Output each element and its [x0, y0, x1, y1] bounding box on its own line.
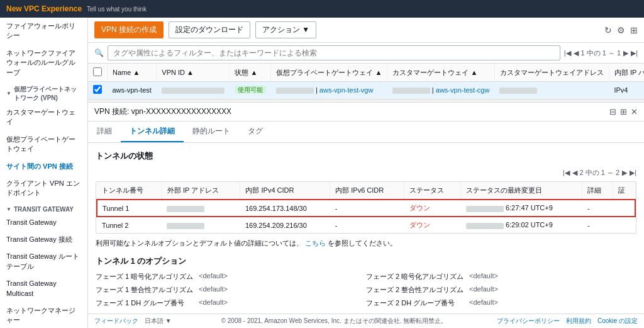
tunnel-row-1[interactable]: Tunnel 1 169.254.173.148/30 - ダウン 6:27:4…	[97, 200, 635, 217]
toolbar-icons: ↻ ⚙ ⊞	[604, 25, 638, 35]
info-text: 利用可能なトンネルオプションとデフォルト値の詳細については、 こちら を参照して…	[96, 239, 636, 248]
app-subtitle: Tell us what you think	[87, 6, 147, 13]
tab-static[interactable]: 静的ルート	[184, 122, 239, 142]
tunnel-col-ipv6-cidr: 内部 IPv6 CIDR	[330, 182, 404, 200]
tunnel2-cert	[613, 217, 635, 233]
footer-left: フィードバック 日本語 ▼	[94, 317, 172, 325]
toolbar: VPN 接続の作成 設定のダウンロード アクション ▼ ↻ ⚙ ⊞	[88, 18, 644, 43]
option-row-ph2-int: フェーズ 2 整合性アルゴリズム <default>	[366, 284, 636, 296]
vpn-table-container: Name ▲ VPN ID ▲ 状態 ▲ 仮想プライベートゲートウェイ ▲ カス…	[88, 64, 644, 99]
pagination-last-icon[interactable]: ▶|	[631, 49, 638, 57]
search-pagination: |◀ ◀ 1 中の 1 ～ 1 ▶ ▶|	[564, 48, 638, 58]
tab-tags[interactable]: タグ	[239, 122, 272, 142]
sidebar-item-site-vpn[interactable]: サイト間の VPN 接続	[0, 158, 87, 175]
sort-icon: ▲	[133, 69, 140, 76]
tunnel1-ipv6-cidr: -	[330, 200, 404, 217]
privacy-link[interactable]: プライバシーポリシー	[497, 317, 560, 325]
pagination-first-icon[interactable]: |◀	[564, 49, 571, 57]
search-icon: 🔍	[94, 48, 104, 57]
tunnel-col-last-changed: ステータスの最終変更日	[461, 182, 582, 200]
section-arrow-icon: ▼	[6, 91, 11, 96]
sidebar-item-virtual-pgw[interactable]: 仮想プライベートゲートウェイ	[0, 131, 87, 158]
option-row-ph1-enc: フェーズ 1 暗号化アルゴリズム <default>	[96, 271, 366, 283]
tab-detail[interactable]: 詳細	[88, 122, 121, 142]
sidebar-section-vpn: ▼ 仮想プライベートネットワーク (VPN)	[0, 81, 87, 104]
tunnel-row-2[interactable]: Tunnel 2 169.254.209.216/30 - ダウン 6:29:0…	[97, 217, 635, 233]
sidebar-item-transit-gw-conn[interactable]: Transit Gateway 接続	[0, 231, 87, 248]
minimize-icon[interactable]: ⊟	[609, 107, 616, 116]
col-customer-gw-addr[interactable]: カスタマーゲートウェイアドレス	[494, 64, 609, 82]
options-grid: フェーズ 1 暗号化アルゴリズム <default> フェーズ 1 整合性アルゴ…	[96, 271, 636, 309]
inner-pagination-first[interactable]: |◀	[563, 169, 570, 177]
tunnel2-details: -	[582, 217, 613, 233]
sort-icon3: ▲	[250, 69, 257, 76]
inner-pagination-last[interactable]: ▶|	[630, 169, 636, 177]
tunnel-col-status: ステータス	[404, 182, 461, 200]
tunnel-col-ipv4-cidr: 内部 IPv4 CIDR	[240, 182, 330, 200]
col-virtual-gw[interactable]: 仮想プライベートゲートウェイ ▲	[271, 64, 387, 82]
close-icon[interactable]: ✕	[631, 107, 638, 116]
language-selector[interactable]: 日本語 ▼	[145, 317, 172, 325]
tunnel-table: トンネル番号 外部 IP アドレス 内部 IPv4 CIDR 内部 IPv6 C…	[96, 182, 636, 233]
sidebar-item-customer-gw[interactable]: カスタマーゲートウェイ	[0, 104, 87, 131]
col-status[interactable]: 状態 ▲	[230, 64, 271, 82]
tunnel-col-cert: 証	[613, 182, 635, 200]
settings-icon[interactable]: ⚙	[617, 25, 625, 35]
col-name[interactable]: Name ▲	[108, 64, 157, 82]
sidebar-item-network-mgr[interactable]: ネットワークマネージャー	[0, 302, 87, 328]
tunnel2-last-changed: 6:29:02 UTC+9	[461, 217, 582, 233]
expand-icon[interactable]: ⊞	[620, 107, 627, 116]
layout-icon[interactable]: ⊞	[630, 25, 638, 35]
tunnel1-external-ip	[162, 200, 240, 217]
tab-tunnel[interactable]: トンネル詳細	[121, 122, 184, 142]
detail-icons: ⊟ ⊞ ✕	[609, 107, 638, 116]
col-customer-gw[interactable]: カスタマーゲートウェイ ▲	[387, 64, 495, 82]
section-arrow-icon2: ▼	[6, 206, 11, 212]
col-vpn-id[interactable]: VPN ID ▲	[157, 64, 230, 82]
tunnel1-cert	[613, 200, 635, 217]
option-row-ph2-dh: フェーズ 2 DH グループ番号 <default>	[366, 297, 636, 309]
tunnel1-status: ダウン	[404, 200, 461, 217]
table-row[interactable]: aws-vpn-test 使用可能 | aws-vpn-test-vgw | a…	[88, 82, 644, 99]
row-checkbox[interactable]	[93, 85, 102, 94]
search-input[interactable]	[108, 45, 560, 60]
pagination-prev-icon[interactable]: ◀	[574, 49, 579, 57]
select-all-checkbox[interactable]	[93, 67, 102, 76]
tunnel-content: トンネルの状態 |◀ ◀ 2 中の 1 ～ 2 ▶ ▶|	[88, 143, 644, 314]
cookie-link[interactable]: Cookie の設定	[597, 317, 638, 325]
sort-icon2: ▲	[187, 69, 194, 76]
refresh-icon[interactable]: ↻	[604, 25, 612, 35]
inner-table-header: |◀ ◀ 2 中の 1 ～ 2 ▶ ▶|	[96, 168, 636, 178]
tunnel-col-details: 詳細	[582, 182, 613, 200]
sort-icon5: ▲	[470, 69, 477, 76]
tunnel-section-title: トンネルの状態	[96, 150, 636, 162]
action-button[interactable]: アクション ▼	[255, 21, 316, 38]
tunnel1-details: -	[582, 200, 613, 217]
sidebar-item-transit-gw[interactable]: Transit Gateway	[0, 214, 87, 231]
sidebar-item-firewall[interactable]: ファイアウォールポリシー	[0, 18, 87, 45]
terms-link[interactable]: 利用規約	[566, 317, 591, 325]
pagination-next-icon[interactable]: ▶	[623, 49, 628, 57]
sidebar-item-transit-gw-mc[interactable]: Transit Gateway Multicast	[0, 275, 87, 302]
col-ip-version[interactable]: 内部 IP バージョン	[609, 64, 644, 82]
options-right: フェーズ 2 暗号化アルゴリズム <default> フェーズ 2 整合性アルゴ…	[366, 271, 636, 309]
create-vpn-button[interactable]: VPN 接続の作成	[94, 21, 164, 38]
footer: フィードバック 日本語 ▼ © 2008 - 2021, Amazon Web …	[88, 314, 644, 328]
row-customer-gw-addr	[494, 82, 609, 99]
download-config-button[interactable]: 設定のダウンロード	[169, 21, 250, 38]
inner-pagination-prev[interactable]: ◀	[572, 169, 577, 177]
sidebar-item-network-fw[interactable]: ネットワークファイアウォールのルールグループ	[0, 45, 87, 81]
detail-panel: VPN 接続: vpn-XXXXXXXXXXXXXXXXX ⊟ ⊞ ✕ 詳細 ト…	[88, 103, 644, 314]
sidebar-item-transit-gw-rt[interactable]: Transit Gateway ルートテーブル	[0, 248, 87, 275]
inner-pagination-next[interactable]: ▶	[622, 169, 627, 177]
row-ip-version: IPv4	[609, 82, 644, 99]
sidebar-item-client-vpn[interactable]: クライアント VPN エンドポイント	[0, 175, 87, 202]
info-link[interactable]: こちら	[305, 239, 326, 247]
options-left: フェーズ 1 暗号化アルゴリズム <default> フェーズ 1 整合性アルゴ…	[96, 271, 366, 309]
tunnel2-ipv4-cidr: 169.254.209.216/30	[240, 217, 330, 233]
sidebar-section-transit-gw: ▼ TRANSIT GATEWAY	[0, 202, 87, 214]
detail-header: VPN 接続: vpn-XXXXXXXXXXXXXXXXX ⊟ ⊞ ✕	[88, 103, 644, 122]
feedback-link[interactable]: フィードバック	[94, 317, 138, 325]
row-vpn-id	[157, 82, 230, 99]
sidebar: ファイアウォールポリシー ネットワークファイアウォールのルールグループ ▼ 仮想…	[0, 18, 88, 328]
